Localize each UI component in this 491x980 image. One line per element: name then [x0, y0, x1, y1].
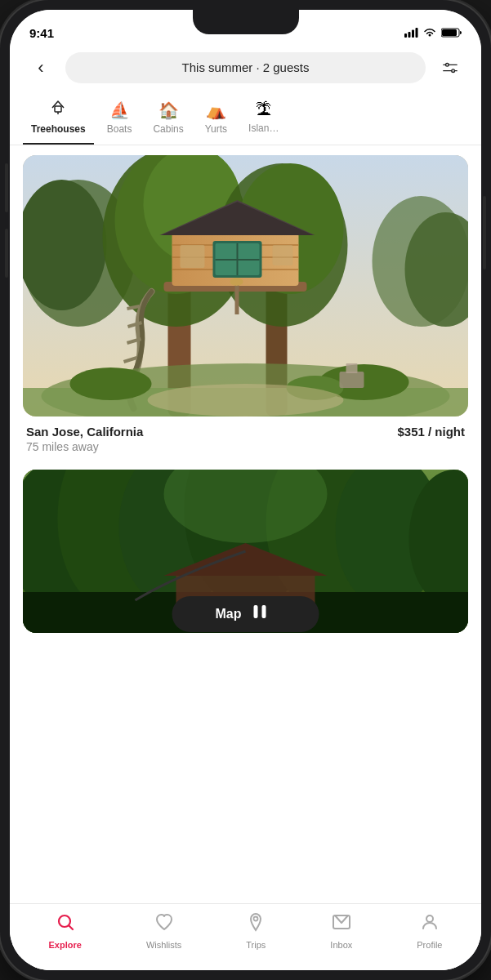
inbox-label: Inbox	[330, 940, 352, 950]
battery-icon	[441, 28, 462, 38]
filter-button[interactable]	[435, 53, 465, 82]
svg-rect-37	[181, 245, 205, 268]
back-chevron-icon: ‹	[38, 57, 43, 78]
svg-rect-51	[340, 372, 364, 388]
tab-treehouses[interactable]: Treehouses	[23, 93, 94, 145]
svg-rect-69	[262, 605, 266, 618]
nav-inbox[interactable]: Inbox	[320, 909, 362, 953]
power-button	[483, 196, 486, 270]
treehouses-icon	[49, 98, 67, 120]
back-button[interactable]: ‹	[26, 53, 56, 82]
svg-point-72	[254, 916, 258, 920]
treehouses-label: Treehouses	[31, 123, 86, 135]
tab-cabins[interactable]: 🏠 Cabins	[145, 96, 191, 143]
svg-rect-66	[172, 596, 319, 632]
svg-rect-38	[273, 245, 293, 265]
main-content: San Jose, California 75 miles away $351 …	[10, 145, 481, 903]
search-bar-container: ‹ This summer · 2 guests	[10, 46, 481, 90]
nav-profile[interactable]: Profile	[407, 909, 452, 953]
bottom-nav: Explore Wishlists	[10, 903, 481, 970]
svg-rect-5	[442, 29, 457, 36]
wifi-icon	[423, 28, 436, 38]
profile-icon	[420, 912, 440, 937]
svg-rect-0	[404, 33, 407, 38]
listing-card-1[interactable]: San Jose, California 75 miles away $351 …	[23, 155, 468, 453]
yurts-label: Yurts	[205, 123, 227, 135]
svg-rect-1	[408, 32, 411, 38]
svg-point-48	[70, 368, 152, 400]
notch	[193, 10, 299, 34]
listing-info-1: San Jose, California 75 miles away $351 …	[23, 416, 468, 453]
svg-rect-39	[235, 282, 239, 314]
trips-icon	[246, 912, 266, 937]
search-pill-text: This summer · 2 guests	[182, 60, 310, 74]
inbox-icon	[332, 912, 351, 937]
category-tabs: Treehouses ⛵ Boats 🏠 Cabins ⛺ Yurts 🏝 Is…	[10, 90, 481, 145]
wishlists-label: Wishlists	[146, 940, 181, 950]
svg-rect-68	[254, 605, 258, 618]
trips-label: Trips	[246, 940, 266, 950]
islands-label: Islan…	[248, 122, 279, 134]
treehouse-illustration	[23, 155, 468, 416]
forest-illustration: Map	[23, 470, 468, 633]
status-time: 9:41	[29, 26, 54, 40]
nav-wishlists[interactable]: Wishlists	[136, 909, 191, 953]
status-icons	[404, 28, 462, 38]
listing-image-1	[23, 155, 468, 416]
svg-text:Map: Map	[216, 607, 242, 621]
svg-rect-52	[346, 363, 358, 373]
boats-icon: ⛵	[109, 100, 130, 120]
svg-rect-12	[55, 106, 61, 112]
boats-label: Boats	[107, 123, 132, 135]
listing-left-info: San Jose, California 75 miles away	[26, 425, 143, 453]
listing-location-1: San Jose, California	[26, 425, 143, 439]
svg-rect-3	[416, 28, 418, 38]
svg-line-71	[69, 925, 73, 929]
cabins-icon: 🏠	[158, 100, 179, 120]
listing-price-1: $351 / night	[397, 425, 465, 439]
tab-boats[interactable]: ⛵ Boats	[99, 96, 141, 143]
volume-up-button	[5, 163, 8, 212]
cabins-label: Cabins	[153, 123, 183, 135]
svg-point-53	[148, 384, 344, 416]
listing-distance-1: 75 miles away	[26, 440, 143, 453]
nav-trips[interactable]: Trips	[236, 909, 275, 953]
explore-label: Explore	[49, 940, 82, 950]
listing-card-2[interactable]: Map	[23, 470, 468, 633]
svg-point-73	[426, 915, 433, 922]
nav-explore[interactable]: Explore	[39, 909, 92, 953]
filter-sliders-icon	[442, 60, 458, 76]
search-pill[interactable]: This summer · 2 guests	[65, 52, 426, 83]
signal-icon	[404, 28, 418, 38]
listing-image-2: Map	[23, 470, 468, 633]
volume-down-button	[5, 229, 8, 278]
screen-content: 9:41	[10, 10, 481, 970]
tab-islands[interactable]: 🏝 Islan…	[240, 96, 287, 142]
explore-icon	[56, 912, 75, 937]
islands-icon: 🏝	[256, 100, 272, 119]
phone-frame: 9:41	[0, 0, 491, 980]
phone-screen: 9:41	[10, 10, 481, 970]
wishlists-icon	[154, 912, 174, 937]
yurts-icon: ⛺	[206, 100, 226, 120]
tab-yurts[interactable]: ⛺ Yurts	[197, 96, 235, 143]
profile-label: Profile	[417, 940, 442, 950]
svg-rect-2	[412, 30, 414, 38]
svg-point-40	[230, 278, 243, 286]
